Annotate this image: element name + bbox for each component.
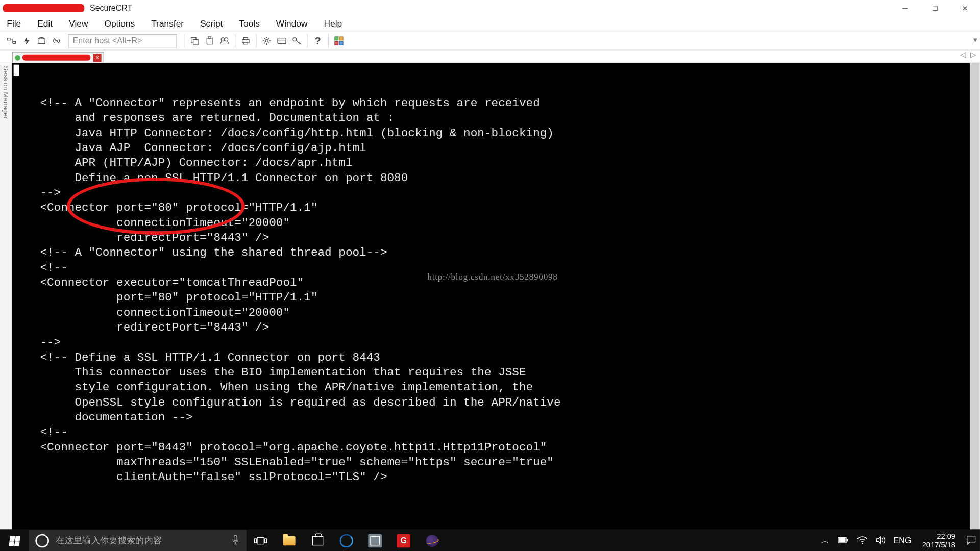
- menu-window[interactable]: Window: [276, 18, 308, 29]
- menu-options[interactable]: Options: [104, 18, 135, 29]
- find-icon[interactable]: [217, 33, 232, 48]
- session-options-icon[interactable]: [274, 33, 289, 48]
- svg-rect-0: [8, 38, 10, 40]
- copy-icon[interactable]: [187, 33, 202, 48]
- task-view-icon[interactable]: [247, 529, 275, 551]
- terminal-wrap: <!-- A "Connector" represents an endpoin…: [12, 63, 980, 539]
- tab-prev-icon[interactable]: ◁: [960, 51, 966, 59]
- tray-chevron-icon[interactable]: ︿: [821, 535, 829, 547]
- svg-rect-2: [38, 38, 45, 43]
- tab-close-icon[interactable]: ×: [93, 54, 102, 62]
- tab-nav: ◁ ▷: [958, 51, 976, 59]
- menu-transfer[interactable]: Transfer: [151, 18, 184, 29]
- svg-point-7: [221, 37, 225, 41]
- menu-bar: File Edit View Options Transfer Script T…: [0, 16, 980, 31]
- cortana-icon: [35, 534, 49, 548]
- svg-point-12: [265, 39, 268, 42]
- tab-title-redacted: [22, 55, 90, 61]
- minimize-button[interactable]: ─: [890, 0, 920, 16]
- title-redacted: [3, 4, 84, 12]
- connect-icon[interactable]: [4, 33, 19, 48]
- tray-wifi-icon[interactable]: [857, 536, 868, 546]
- menu-script[interactable]: Script: [200, 18, 223, 29]
- toolbar-sep-1: [184, 34, 184, 47]
- menu-view[interactable]: View: [69, 18, 88, 29]
- toolbar-sep-5: [328, 34, 329, 47]
- taskbar-app-edge[interactable]: [332, 529, 361, 551]
- toolbar-overflow-icon[interactable]: ▾: [973, 35, 977, 44]
- help-icon[interactable]: ?: [310, 33, 325, 48]
- svg-rect-22: [265, 539, 267, 543]
- maximize-button[interactable]: ☐: [920, 0, 950, 16]
- tray-notifications-icon[interactable]: [966, 535, 976, 547]
- taskbar-app-red[interactable]: G: [389, 529, 418, 551]
- toolbar-sep-2: [235, 34, 235, 47]
- svg-rect-19: [234, 535, 237, 541]
- app-title: SecureCRT: [90, 4, 132, 13]
- watermark-text: http://blog.csdn.net/xx352890098: [427, 271, 557, 282]
- tray-time: 22:09: [922, 532, 955, 541]
- menu-tools[interactable]: Tools: [239, 18, 259, 29]
- taskbar-app-explorer[interactable]: [275, 529, 304, 551]
- terminal-scrollbar[interactable]: [970, 63, 980, 539]
- svg-rect-24: [847, 538, 848, 541]
- svg-rect-16: [339, 36, 343, 40]
- tab-next-icon[interactable]: ▷: [970, 51, 976, 59]
- svg-rect-25: [839, 538, 845, 542]
- taskbar-app-eclipse[interactable]: [418, 529, 447, 551]
- tray-date: 2017/5/18: [922, 541, 955, 549]
- menu-help[interactable]: Help: [324, 18, 342, 29]
- toolbar: Enter host <Alt+R> ? ▾: [0, 31, 980, 50]
- tray-clock[interactable]: 22:09 2017/5/18: [922, 532, 955, 550]
- key-icon[interactable]: [289, 33, 304, 48]
- svg-rect-17: [335, 41, 338, 45]
- menu-file[interactable]: File: [7, 18, 21, 29]
- session-manager-label: Session Manager: [2, 66, 10, 539]
- svg-rect-27: [967, 536, 975, 542]
- tray-power-icon[interactable]: [838, 536, 848, 546]
- quick-connect-icon[interactable]: [19, 33, 34, 48]
- taskbar-search[interactable]: 在这里输入你要搜索的内容: [29, 530, 247, 551]
- taskbar-app-store[interactable]: [304, 529, 332, 551]
- svg-rect-13: [278, 38, 286, 43]
- host-placeholder: Enter host <Alt+R>: [73, 36, 142, 45]
- svg-rect-20: [257, 537, 264, 544]
- host-input[interactable]: Enter host <Alt+R>: [68, 34, 177, 47]
- tab-strip: × ◁ ▷: [0, 51, 980, 63]
- settings-icon[interactable]: [259, 33, 274, 48]
- reconnect-icon[interactable]: [34, 33, 49, 48]
- terminal-output[interactable]: <!-- A "Connector" represents an endpoin…: [12, 63, 970, 539]
- close-button[interactable]: ✕: [950, 0, 980, 16]
- svg-rect-21: [255, 539, 257, 543]
- svg-rect-1: [13, 41, 15, 43]
- tray-ime[interactable]: ENG: [894, 536, 912, 546]
- svg-rect-18: [339, 41, 343, 45]
- paste-icon[interactable]: [202, 33, 217, 48]
- system-tray: ︿ ENG 22:09 2017/5/18: [817, 529, 980, 551]
- search-placeholder: 在这里输入你要搜索的内容: [56, 535, 162, 547]
- toolbar-sep-4: [307, 34, 307, 47]
- session-manager-panel[interactable]: Session Manager: [0, 63, 12, 539]
- toolbar-sep-3: [256, 34, 256, 47]
- print-icon[interactable]: [238, 33, 253, 48]
- disconnect-icon[interactable]: [49, 33, 64, 48]
- tab-status-dot: [15, 55, 20, 60]
- svg-point-26: [862, 542, 863, 544]
- svg-rect-15: [335, 36, 338, 40]
- svg-point-14: [293, 37, 297, 41]
- svg-rect-4: [193, 39, 198, 45]
- title-bar: SecureCRT ─ ☐ ✕: [0, 0, 980, 16]
- scrollbar-thumb[interactable]: [970, 63, 979, 539]
- svg-rect-10: [243, 37, 248, 39]
- taskbar-app-securecrt[interactable]: [361, 529, 389, 551]
- windows-taskbar: 在这里输入你要搜索的内容 G ︿ E: [0, 529, 980, 551]
- tile-icon[interactable]: [331, 33, 346, 48]
- window-controls: ─ ☐ ✕: [890, 0, 980, 16]
- menu-edit[interactable]: Edit: [37, 18, 53, 29]
- microphone-icon[interactable]: [231, 534, 239, 547]
- main-area: Session Manager <!-- A "Connector" repre…: [0, 63, 980, 539]
- start-button[interactable]: [0, 529, 29, 551]
- svg-point-8: [225, 37, 228, 41]
- tray-volume-icon[interactable]: [876, 536, 886, 546]
- session-tab[interactable]: ×: [12, 52, 104, 62]
